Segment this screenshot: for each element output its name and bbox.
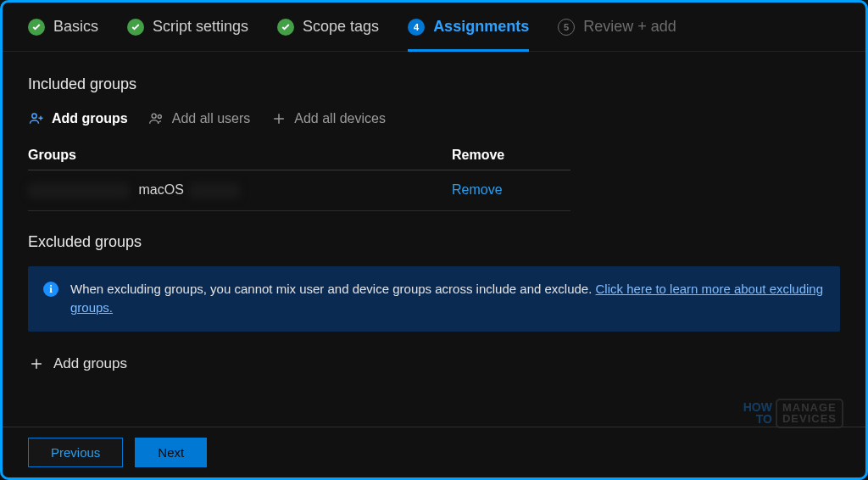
table-header: Groups Remove	[28, 141, 570, 170]
people-icon	[148, 110, 165, 127]
group-name-visible: macOS	[138, 182, 183, 197]
info-text: When excluding groups, you cannot mix us…	[70, 282, 596, 296]
tab-label: Scope tags	[303, 18, 379, 36]
step-number-icon: 5	[558, 19, 575, 36]
tab-basics[interactable]: Basics	[28, 18, 98, 51]
group-name-cell: macOS	[28, 182, 452, 198]
footer: Previous Next	[3, 427, 865, 477]
watermark-text: DEVICES	[782, 413, 837, 425]
action-label: Add all devices	[294, 111, 386, 126]
add-all-users-button[interactable]: Add all users	[148, 107, 251, 131]
action-label: Add groups	[52, 111, 128, 126]
action-label: Add all users	[172, 111, 251, 126]
column-header-groups: Groups	[28, 148, 452, 163]
tab-assignments[interactable]: 4 Assignments	[408, 18, 529, 51]
remove-link[interactable]: Remove	[452, 182, 503, 197]
info-icon: i	[43, 282, 58, 297]
wizard-tabs: Basics Script settings Scope tags 4 Assi…	[3, 3, 865, 52]
excluded-groups-title: Excluded groups	[28, 233, 840, 251]
step-number-icon: 4	[408, 19, 425, 36]
tab-label: Script settings	[153, 18, 248, 36]
person-add-icon	[28, 110, 45, 127]
watermark-text: TO	[743, 413, 772, 425]
tab-scope-tags[interactable]: Scope tags	[277, 18, 379, 51]
included-groups-title: Included groups	[28, 75, 840, 93]
check-icon	[277, 19, 294, 36]
svg-point-2	[158, 115, 161, 119]
redacted-text	[28, 183, 130, 198]
add-all-devices-button[interactable]: Add all devices	[270, 107, 386, 131]
tab-label: Review + add	[583, 18, 676, 36]
table-row: macOS Remove	[28, 170, 570, 211]
add-excluded-groups-button[interactable]: Add groups	[28, 355, 840, 372]
next-button[interactable]: Next	[135, 438, 207, 467]
column-header-remove: Remove	[452, 148, 570, 163]
tab-review-add: 5 Review + add	[558, 18, 676, 51]
add-groups-button[interactable]: Add groups	[28, 107, 128, 131]
included-groups-table: Groups Remove macOS Remove	[28, 141, 570, 211]
check-icon	[28, 19, 45, 36]
tab-label: Assignments	[433, 18, 529, 36]
redacted-text	[189, 183, 240, 198]
svg-point-1	[152, 114, 156, 118]
main-content: Included groups Add groups Add all users…	[3, 52, 865, 372]
watermark-text: HOW	[743, 401, 772, 413]
svg-point-0	[32, 114, 36, 118]
plus-icon	[270, 110, 287, 127]
tab-script-settings[interactable]: Script settings	[127, 18, 248, 51]
watermark-text: MANAGE	[782, 402, 837, 414]
previous-button[interactable]: Previous	[28, 438, 123, 467]
action-label: Add groups	[53, 355, 127, 372]
tab-label: Basics	[53, 18, 98, 36]
included-actions: Add groups Add all users Add all devices	[28, 107, 840, 131]
plus-icon	[28, 355, 45, 372]
watermark: HOW TO MANAGE DEVICES	[743, 399, 843, 428]
check-icon	[127, 19, 144, 36]
info-message: i When excluding groups, you cannot mix …	[28, 266, 840, 332]
info-text-container: When excluding groups, you cannot mix us…	[70, 280, 825, 318]
